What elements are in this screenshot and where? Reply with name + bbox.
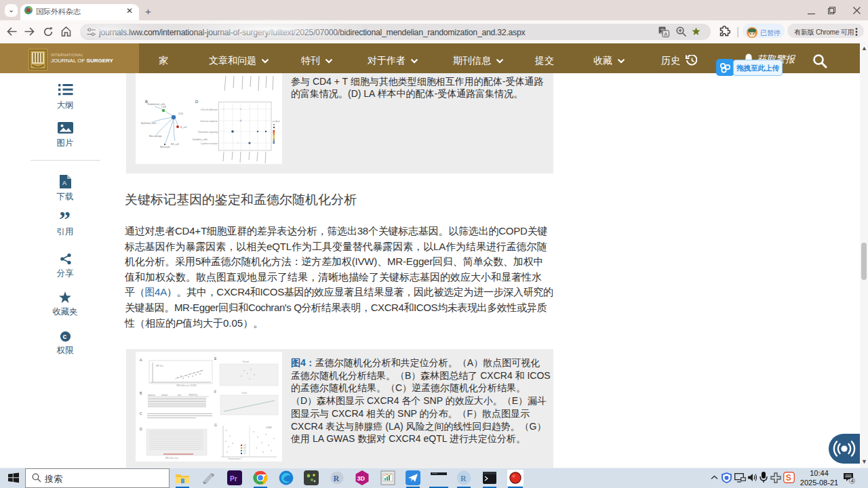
svg-text:R: R xyxy=(334,474,340,483)
svg-text:A: A xyxy=(140,358,142,362)
svg-text:c: c xyxy=(63,332,67,340)
svg-text:OR(95%CI): OR(95%CI) xyxy=(189,394,198,396)
svg-text:S: S xyxy=(786,473,791,483)
svg-text:p.adjust: p.adjust xyxy=(273,120,280,123)
svg-text:4: 4 xyxy=(851,478,854,484)
svg-text:Epithelial_cells: Epithelial_cells xyxy=(141,122,157,125)
svg-text:3D: 3D xyxy=(357,475,366,482)
svg-text:pval: pval xyxy=(178,394,181,396)
svg-text:Dendritic_cells: Dendritic_cells xyxy=(193,138,208,141)
svg-text:A: A xyxy=(62,180,66,186)
svg-text:0.4: 0.4 xyxy=(243,449,246,452)
svg-text:Chromosome 2: Chromosome 2 xyxy=(228,458,242,460)
svg-text:Trend: Trend xyxy=(241,392,247,394)
svg-text:Chemokine signaling: Chemokine signaling xyxy=(197,131,218,134)
svg-text:MR Test: MR Test xyxy=(156,365,163,367)
svg-text:Funnel: Funnel xyxy=(243,361,250,363)
svg-text:Macrophage: Macrophage xyxy=(149,135,162,138)
svg-text:MR effect size: MR effect size xyxy=(165,457,178,460)
svg-text:C: C xyxy=(140,411,142,415)
svg-text:D: D xyxy=(195,100,199,104)
svg-text:Cell-cell adhesion: Cell-cell adhesion xyxy=(201,108,218,111)
svg-text:B: B xyxy=(140,391,142,395)
svg-text:GWAS: GWAS xyxy=(266,426,272,429)
svg-text:Immune response: Immune response xyxy=(200,120,218,123)
svg-text:Pr: Pr xyxy=(230,475,237,483)
svg-text:G: G xyxy=(214,423,217,427)
svg-text:method: method xyxy=(161,394,167,396)
svg-text:NK_cell: NK_cell xyxy=(171,143,179,146)
svg-text:exposure: exposure xyxy=(148,394,155,396)
svg-text:E: E xyxy=(214,357,217,361)
svg-text:F: F xyxy=(214,390,216,394)
svg-text:A: A xyxy=(664,31,667,37)
svg-text:D: D xyxy=(140,427,142,431)
svg-text:0.8: 0.8 xyxy=(243,444,246,447)
svg-text:Monocyte: Monocyte xyxy=(160,146,170,148)
svg-text:R: R xyxy=(460,474,467,483)
svg-text:0.2: 0.2 xyxy=(243,452,246,455)
svg-text:SNP effect on CXCR4: SNP effect on CXCR4 xyxy=(176,384,197,387)
svg-text:0.6: 0.6 xyxy=(243,447,246,449)
svg-text:CD8: CD8 xyxy=(161,106,166,108)
svg-text:CD4: CD4 xyxy=(178,113,183,115)
svg-text:Cytokine receptor: Cytokine receptor xyxy=(201,142,218,145)
svg-text:B_cell: B_cell xyxy=(180,126,186,129)
